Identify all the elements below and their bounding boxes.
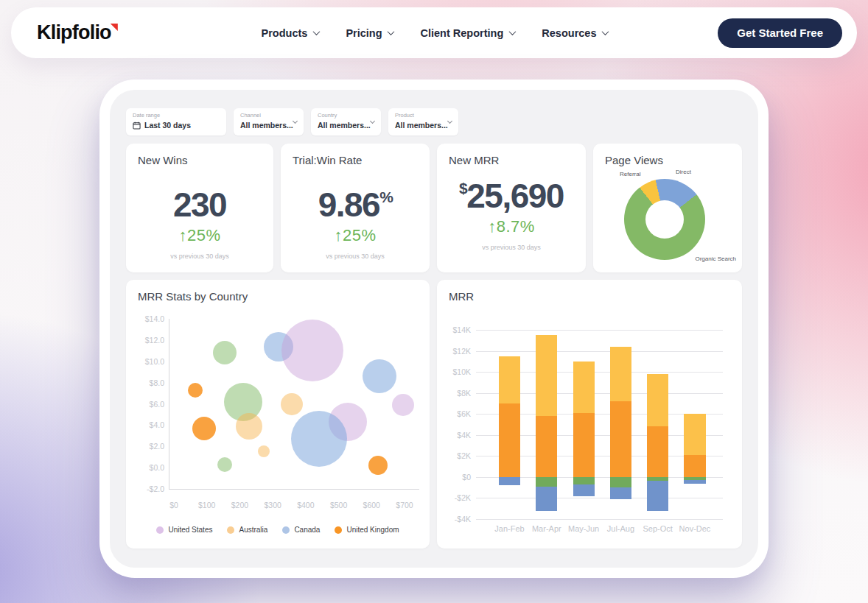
y-tick-label: $12K: [452, 347, 471, 356]
x-tick-label: Mar-Apr: [532, 524, 561, 533]
y-tick-label: $2K: [457, 451, 471, 460]
bar-segment-yellow: [573, 362, 595, 413]
kpi-number: 230: [173, 188, 226, 222]
x-tick-label: Nov-Dec: [679, 524, 711, 533]
calendar-icon: [133, 121, 141, 130]
kpi-card-page-views: Page Views Referral Direct Organic Searc…: [593, 144, 742, 272]
logo-flag-icon: [111, 24, 118, 31]
filter-value: All members...: [318, 121, 371, 130]
nav-item-label: Pricing: [346, 27, 382, 39]
chevron-down-icon: [508, 28, 516, 35]
x-tick-label: $0: [169, 501, 178, 509]
bar-y-labels: $14K$12K$10K$8K$6K$4K$2K$0-$2K-$4K: [437, 330, 471, 519]
bar-x-labels: Jan-FebMar-AprMay-JunJul-AugSep-OctNov-D…: [476, 524, 723, 535]
legend-item: Canada: [282, 526, 320, 534]
nav-item-pricing[interactable]: Pricing: [346, 27, 392, 39]
x-tick-label: $200: [231, 501, 248, 509]
filter-label: Channel: [240, 112, 297, 119]
kpi-value: 230: [173, 188, 226, 222]
x-tick-label: May-Jun: [568, 524, 599, 533]
bar-segment-yellow: [647, 374, 668, 426]
bubble-other: [213, 341, 237, 364]
chart-title: MRR: [449, 290, 474, 303]
donut-label-organic-search: Organic Search: [695, 255, 736, 262]
filter-country[interactable]: Country All members...: [311, 108, 381, 135]
legend-item: Australia: [227, 526, 267, 534]
charts-row: MRR Stats by Country $14.0$12.0$10.0$8.0…: [126, 280, 742, 549]
legend-label: Australia: [239, 526, 267, 534]
y-tick-label: $10K: [452, 367, 471, 376]
chevron-down-icon: [601, 28, 609, 35]
legend-label: Canada: [294, 526, 320, 534]
nav-item-label: Resources: [542, 27, 596, 39]
filter-label: Product: [395, 112, 452, 119]
kpi-card-new-mrr: New MRR $25,690 ↑8.7% vs previous 30 day…: [437, 144, 586, 272]
filter-value: All members...: [240, 121, 293, 130]
bar-segment-blue: [536, 487, 557, 511]
filter-channel[interactable]: Channel All members...: [234, 108, 304, 135]
bubble-plot: [174, 319, 405, 489]
filter-value: Last 30 days: [144, 121, 191, 130]
bar-segment-blue: [499, 477, 520, 485]
bar-segment-blue: [573, 484, 595, 496]
kpi-card-new-wins: New Wins 230 ↑25% vs previous 30 days: [126, 144, 273, 272]
chevron-down-icon: [387, 28, 394, 35]
filter-label: Date range: [133, 112, 220, 119]
bar-segment-blue: [684, 480, 705, 484]
bar-segment-green: [610, 477, 631, 487]
x-tick-label: $500: [330, 501, 347, 509]
bubble-x-ticks: $0$100$200$300$400$500$600$700: [174, 501, 405, 511]
y-tick-label: $4K: [457, 431, 471, 440]
bubble-united-states: [281, 320, 343, 381]
card-title: Trial:Win Rate: [293, 154, 362, 166]
bubble-canada: [291, 411, 347, 467]
nav-item-client-reporting[interactable]: Client Reporting: [421, 27, 514, 39]
bar-segment-yellow: [610, 347, 631, 401]
klipfolio-logo[interactable]: Klipfolio: [37, 21, 111, 44]
bubble-legend: United StatesAustraliaCanadaUnited Kingd…: [126, 526, 430, 534]
bar-segment-yellow: [499, 356, 520, 403]
legend-dot: [227, 526, 234, 534]
x-tick-label: $600: [363, 501, 380, 509]
nav-item-products[interactable]: Products: [262, 27, 318, 39]
filter-product[interactable]: Product All members...: [388, 108, 458, 135]
x-tick-label: Sep-Oct: [643, 524, 673, 533]
nav-item-resources[interactable]: Resources: [542, 27, 606, 39]
kpi-number: 25,690: [466, 179, 564, 213]
y-tick-label: $6K: [457, 409, 471, 418]
logo-text: Klipfolio: [37, 21, 111, 43]
filter-date-range[interactable]: Date range Last 30 days: [126, 108, 226, 135]
y-tick-label: $2.0: [150, 442, 164, 451]
navbar: Klipfolio Products Pricing Client Report…: [11, 7, 857, 58]
nav-item-label: Products: [262, 27, 308, 39]
kpi-number: 9.86: [318, 188, 380, 222]
bar-segment-yellow: [536, 335, 557, 416]
page-views-donut: [624, 179, 705, 260]
kpi-note: vs previous 30 days: [281, 253, 430, 260]
bubble-other: [217, 457, 232, 472]
legend-label: United States: [168, 526, 212, 534]
kpi-suffix: %: [379, 189, 392, 205]
kpi-card-trial-win-rate: Trial:Win Rate 9.86% ↑25% vs previous 30…: [281, 144, 430, 272]
legend-item: United States: [156, 526, 212, 534]
bar-segment-orange: [684, 455, 705, 477]
y-tick-label: $4.0: [150, 420, 164, 429]
y-tick-label: $8K: [457, 389, 471, 398]
x-tick-label: Jan-Feb: [494, 524, 524, 533]
chart-title: MRR Stats by Country: [138, 290, 248, 303]
dashboard-panel: Date range Last 30 days Channel All memb…: [99, 80, 769, 578]
kpi-row: New Wins 230 ↑25% vs previous 30 days Tr…: [126, 144, 742, 272]
bubble-australia: [258, 445, 270, 457]
y-tick-label: $12.0: [145, 336, 164, 345]
get-started-button[interactable]: Get Started Free: [718, 18, 842, 48]
y-tick-label: -$2K: [455, 493, 471, 502]
bar-segment-green: [573, 477, 595, 484]
donut-hole: [645, 200, 684, 239]
card-title: New Wins: [138, 154, 188, 166]
filter-label: Country: [318, 112, 374, 119]
bubble-australia: [281, 393, 303, 415]
y-tick-label: $10.0: [145, 357, 164, 366]
bar-segment-blue: [610, 487, 631, 499]
bar-segment-yellow: [684, 414, 705, 455]
donut-label-referral: Referral: [620, 171, 640, 177]
